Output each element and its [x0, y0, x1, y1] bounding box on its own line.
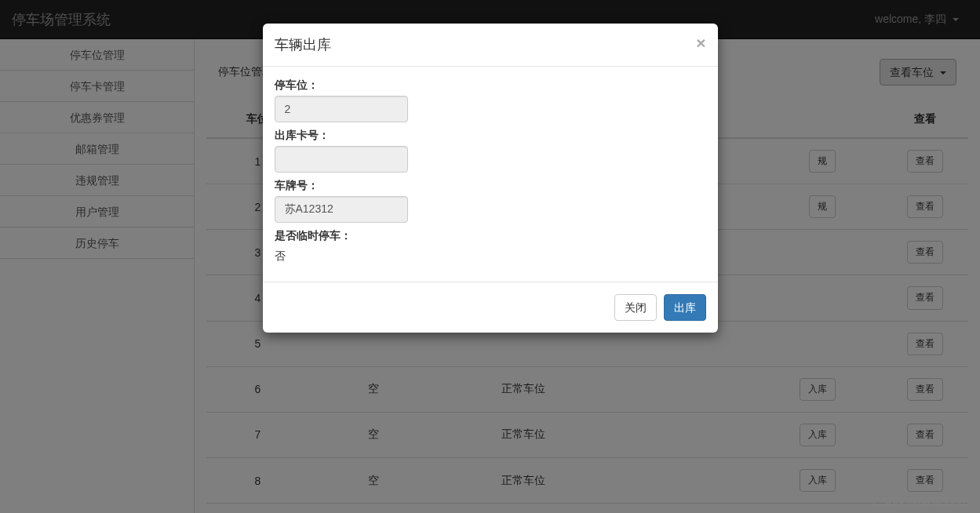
temp-label: 是否临时停车：	[275, 229, 706, 243]
card-input[interactable]	[275, 146, 408, 173]
checkout-modal: 车辆出库 × 停车位： 出库卡号： 车牌号： 是否临时停车： 否 关闭 出库	[263, 24, 718, 333]
modal-title: 车辆出库	[275, 35, 706, 54]
temp-value: 否	[275, 246, 706, 264]
submit-button[interactable]: 出库	[664, 294, 706, 321]
card-label: 出库卡号：	[275, 129, 706, 143]
close-button[interactable]: 关闭	[614, 294, 657, 321]
watermark: CSDN @pastclouds	[873, 496, 971, 508]
slot-input[interactable]	[275, 96, 408, 122]
plate-label: 车牌号：	[275, 179, 706, 193]
plate-input[interactable]	[275, 196, 408, 223]
close-icon[interactable]: ×	[696, 35, 705, 51]
slot-label: 停车位：	[275, 78, 706, 93]
